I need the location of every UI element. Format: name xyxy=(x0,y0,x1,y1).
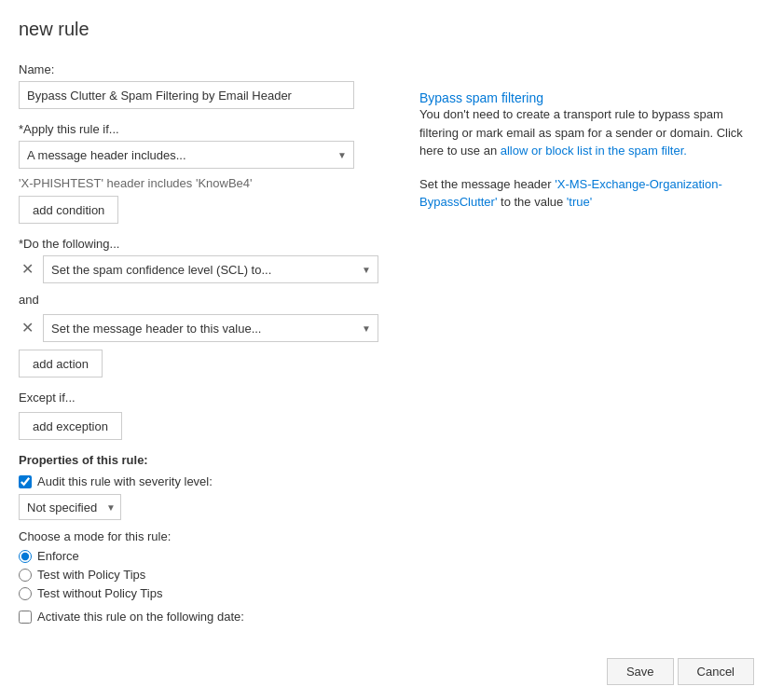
add-action-button[interactable]: add action xyxy=(19,350,103,377)
add-condition-button[interactable]: add condition xyxy=(19,196,118,224)
page-container: new rule Name: *Apply this rule if... A … xyxy=(0,0,769,700)
save-button[interactable]: Save xyxy=(607,658,674,685)
cancel-button[interactable]: Cancel xyxy=(678,658,754,685)
spam-filter-info: Bypass spam filtering You don't need to … xyxy=(419,90,750,160)
and-label: and xyxy=(19,293,391,307)
enforce-label: Enforce xyxy=(37,549,79,563)
properties-title: Properties of this rule: xyxy=(19,453,391,467)
add-exception-button[interactable]: add exception xyxy=(19,412,122,440)
remove-header-button[interactable]: ✕ xyxy=(19,320,35,336)
condition-header-text: 'X-PHISHTEST' header includes 'KnowBe4' xyxy=(19,176,391,190)
audit-checkbox-row: Audit this rule with severity level: xyxy=(19,474,391,488)
test-without-policy-tips-row: Test without Policy Tips xyxy=(19,586,391,600)
activate-label: Activate this rule on the following date… xyxy=(37,610,244,624)
except-label: Except if... xyxy=(19,391,391,405)
enforce-radio[interactable] xyxy=(19,550,32,563)
enforce-radio-row: Enforce xyxy=(19,549,391,563)
audit-checkbox[interactable] xyxy=(19,475,32,488)
name-input[interactable] xyxy=(19,81,354,109)
test-without-policy-tips-radio[interactable] xyxy=(19,587,32,600)
severity-select[interactable]: Not specified Low Medium High xyxy=(19,494,121,520)
header-row: ✕ Set the message header to this value..… xyxy=(19,314,391,342)
header-select-wrapper: Set the message header to this value... … xyxy=(43,314,378,342)
test-without-policy-tips-label: Test without Policy Tips xyxy=(37,586,162,600)
form-right: Bypass spam filtering You don't need to … xyxy=(410,62,750,624)
mode-section: Choose a mode for this rule: Enforce Tes… xyxy=(19,529,391,600)
activate-row: Activate this rule on the following date… xyxy=(19,610,391,624)
name-field-group: Name: xyxy=(19,62,391,109)
spam-filter-desc: You don't need to create a transport rul… xyxy=(419,105,750,160)
header-select[interactable]: Set the message header to this value... xyxy=(43,314,378,342)
scl-select-wrapper: Set the spam confidence level (SCL) to..… xyxy=(43,255,378,283)
condition-row: A message header includes... ▼ xyxy=(19,141,391,169)
apply-rule-label: *Apply this rule if... xyxy=(19,122,391,136)
condition-x-phishtest: 'X-PHISHTEST' header includes 'KnowBe4' xyxy=(19,176,253,190)
page-title: new rule xyxy=(19,19,750,40)
bypass-spam-filter-link[interactable]: Bypass spam filtering xyxy=(419,90,543,105)
form-left: Name: *Apply this rule if... A message h… xyxy=(19,62,391,624)
apply-rule-select-wrapper: A message header includes... ▼ xyxy=(19,141,354,169)
form-section: Name: *Apply this rule if... A message h… xyxy=(19,62,750,624)
footer-bar: Save Cancel xyxy=(607,658,754,685)
severity-select-wrapper: Not specified Low Medium High ▼ xyxy=(19,494,121,520)
conditions-area: A message header includes... ▼ 'X-PHISHT… xyxy=(19,141,391,190)
except-group: Except if... add exception xyxy=(19,391,391,440)
do-following-label: *Do the following... xyxy=(19,237,391,251)
header-value-link[interactable]: 'true' xyxy=(567,195,592,209)
name-label: Name: xyxy=(19,62,391,76)
audit-label: Audit this rule with severity level: xyxy=(37,474,213,488)
test-policy-tips-row: Test with Policy Tips xyxy=(19,568,391,582)
header-note-mid: to the value xyxy=(497,195,566,209)
activate-checkbox[interactable] xyxy=(19,611,32,624)
mode-title: Choose a mode for this rule: xyxy=(19,529,391,543)
scl-row: ✕ Set the spam confidence level (SCL) to… xyxy=(19,255,391,283)
do-following-group: *Do the following... ✕ Set the spam conf… xyxy=(19,237,391,377)
header-note-prefix: Set the message header xyxy=(419,177,555,191)
test-policy-tips-label: Test with Policy Tips xyxy=(37,568,145,582)
severity-dropdown: Not specified Low Medium High ▼ xyxy=(19,494,391,520)
apply-rule-group: *Apply this rule if... A message header … xyxy=(19,122,391,224)
scl-select[interactable]: Set the spam confidence level (SCL) to..… xyxy=(43,255,378,283)
allow-block-link[interactable]: allow or block list in the spam filter. xyxy=(501,144,687,158)
info-panel: Bypass spam filtering You don't need to … xyxy=(419,62,750,212)
properties-section: Properties of this rule: Audit this rule… xyxy=(19,453,391,520)
header-note: Set the message header 'X-MS-Exchange-Or… xyxy=(419,175,750,212)
remove-scl-button[interactable]: ✕ xyxy=(19,261,35,278)
apply-rule-select[interactable]: A message header includes... xyxy=(19,141,354,169)
test-policy-tips-radio[interactable] xyxy=(19,569,32,582)
